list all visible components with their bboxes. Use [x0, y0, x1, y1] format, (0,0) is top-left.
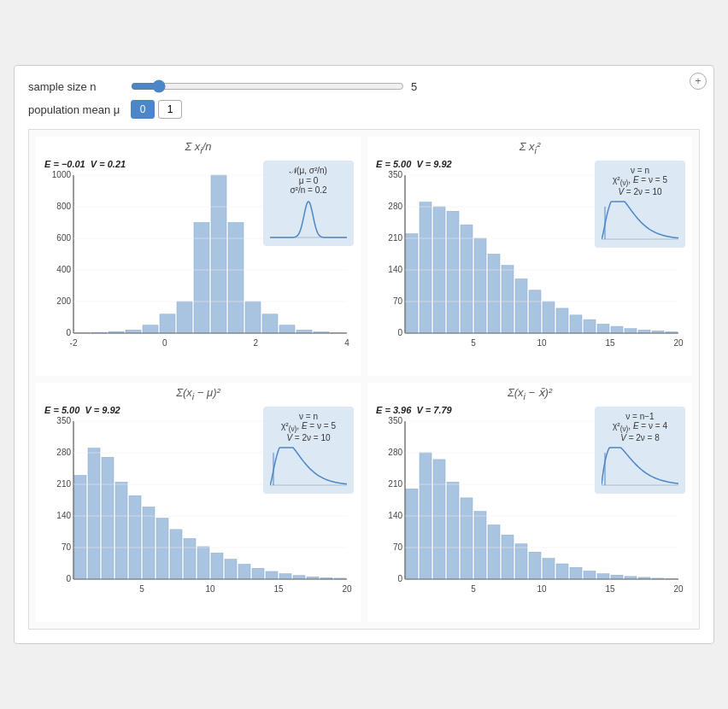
sample-size-slider[interactable]: [131, 79, 404, 93]
info-line-br-1: ν = n−1: [602, 412, 678, 421]
mu-btn-1[interactable]: 1: [158, 100, 182, 119]
main-container: + sample size n 5 population mean μ 0 1 …: [14, 65, 714, 644]
charts-grid: Σ xi/n E = −0.01 V = 0.21 𝒩(μ, σ²/n) μ =…: [28, 129, 700, 630]
info-line-br-2: χ²(ν), E = ν = 4: [602, 421, 678, 433]
slider-container: 5: [131, 79, 700, 93]
mu-btn-0[interactable]: 0: [131, 100, 155, 119]
sample-size-label: sample size n: [28, 80, 122, 93]
chart-title-top-right: Σ xi²: [371, 140, 689, 155]
mini-chart-chi2-tr: [602, 200, 678, 243]
mini-chart-chi2-bl: [270, 446, 347, 489]
chart-panel-top-left: Σ xi/n E = −0.01 V = 0.21 𝒩(μ, σ²/n) μ =…: [36, 137, 361, 376]
info-line-bl-2: χ²(ν), E = ν = 5: [270, 421, 347, 433]
sample-size-row: sample size n 5: [28, 79, 700, 93]
mu-buttons: 0 1: [131, 100, 182, 119]
chart-panel-bottom-left: Σ(xi − μ)² E = 5.00 V = 9.92 ν = n χ²(ν)…: [36, 383, 361, 622]
info-line-bl-1: ν = n: [270, 412, 347, 421]
info-line-1: 𝒩(μ, σ²/n): [270, 166, 347, 176]
chart-title-bottom-right: Σ(xi − x̄)²: [371, 386, 689, 401]
info-line-3: σ²/n = 0.2: [270, 185, 347, 195]
population-mean-label: population mean μ: [28, 103, 122, 116]
chart-title-bottom-left: Σ(xi − μ)²: [39, 386, 357, 401]
info-line-br-3: V = 2ν = 8: [602, 433, 678, 442]
chart-title-top-left: Σ xi/n: [39, 140, 357, 155]
info-box-top-right: ν = n χ²(ν), E = ν = 5 V = 2ν = 10: [595, 161, 685, 248]
info-box-bottom-right: ν = n−1 χ²(ν), E = ν = 4 V = 2ν = 8: [595, 407, 685, 494]
mini-chart-chi2-br: [602, 446, 678, 489]
chart-panel-bottom-right: Σ(xi − x̄)² E = 3.96 V = 7.79 ν = n−1 χ²…: [367, 383, 692, 622]
slider-value: 5: [411, 80, 417, 93]
info-line-tr-1: ν = n: [602, 166, 678, 175]
chart-panel-top-right: Σ xi² E = 5.00 V = 9.92 ν = n χ²(ν), E =…: [367, 137, 692, 376]
info-line-2: μ = 0: [270, 176, 347, 185]
population-mean-row: population mean μ 0 1: [28, 100, 700, 119]
info-box-bottom-left: ν = n χ²(ν), E = ν = 5 V = 2ν = 10: [263, 407, 354, 494]
info-line-bl-3: V = 2ν = 10: [270, 433, 347, 442]
info-line-tr-3: V = 2ν = 10: [602, 187, 678, 196]
mini-chart-normal: [270, 198, 347, 241]
info-box-top-left: 𝒩(μ, σ²/n) μ = 0 σ²/n = 0.2: [263, 161, 354, 246]
info-line-tr-2: χ²(ν), E = ν = 5: [602, 175, 678, 187]
top-controls: sample size n 5 population mean μ 0 1: [28, 79, 700, 119]
corner-button[interactable]: +: [690, 73, 707, 90]
